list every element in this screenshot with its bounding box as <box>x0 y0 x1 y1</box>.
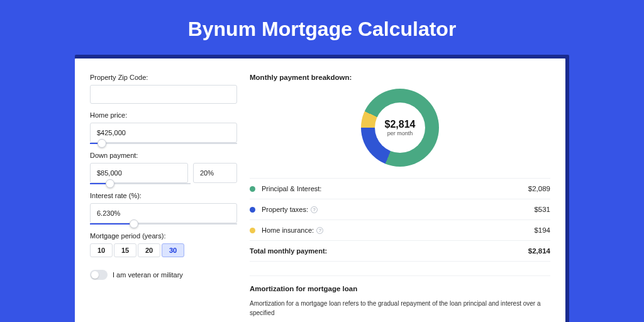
donut-center: $2,814 per month <box>375 103 425 153</box>
legend-label: Home insurance:? <box>262 226 534 234</box>
card-shadow: Property Zip Code: Home price: Down paym… <box>75 55 569 322</box>
down-payment-field: Down payment: <box>90 152 237 184</box>
legend-total-row: Total monthly payment:$2,814 <box>250 241 550 262</box>
slider-thumb[interactable] <box>97 139 106 148</box>
legend-label: Principal & Interest: <box>262 185 528 192</box>
legend-value: $2,089 <box>528 185 550 192</box>
help-icon[interactable]: ? <box>311 206 318 213</box>
amortization-section: Amortization for mortgage loan Amortizat… <box>250 275 550 318</box>
legend-total-label: Total monthly payment: <box>250 247 528 255</box>
amortization-title: Amortization for mortgage loan <box>250 285 550 292</box>
interest-rate-slider[interactable] <box>90 223 237 225</box>
legend-row: Principal & Interest:$2,089 <box>250 179 550 199</box>
page-title: Bynum Mortgage Calculator <box>0 0 644 55</box>
donut-sub: per month <box>387 130 413 136</box>
donut-amount: $2,814 <box>385 119 416 130</box>
home-price-field: Home price: <box>90 111 237 144</box>
slider-thumb[interactable] <box>130 219 138 228</box>
period-tab-15[interactable]: 15 <box>114 243 136 257</box>
mortgage-period-field: Mortgage period (years): 10152030 <box>90 232 237 257</box>
amortization-text: Amortization for a mortgage loan refers … <box>250 299 550 318</box>
legend-label: Property taxes:? <box>262 206 534 213</box>
veteran-toggle[interactable] <box>90 270 108 280</box>
interest-rate-label: Interest rate (%): <box>90 192 237 199</box>
calculator-card: Property Zip Code: Home price: Down paym… <box>75 58 565 322</box>
period-tabs: 10152030 <box>90 243 237 257</box>
help-icon[interactable]: ? <box>316 227 323 234</box>
period-tab-10[interactable]: 10 <box>90 243 113 257</box>
period-tab-20[interactable]: 20 <box>138 243 160 257</box>
legend-dot <box>250 207 255 213</box>
legend-value: $531 <box>534 206 550 213</box>
down-payment-slider[interactable] <box>90 183 191 184</box>
form-panel: Property Zip Code: Home price: Down paym… <box>75 58 245 322</box>
veteran-label: I am veteran or military <box>113 271 183 279</box>
legend-row: Home insurance:?$194 <box>250 220 550 241</box>
legend-dot <box>250 186 255 192</box>
period-tab-30[interactable]: 30 <box>162 243 184 257</box>
donut-chart-wrap: $2,814 per month <box>250 89 550 167</box>
mortgage-period-label: Mortgage period (years): <box>90 232 237 240</box>
zip-input[interactable] <box>90 85 237 104</box>
breakdown-panel: Monthly payment breakdown: $2,814 per mo… <box>245 58 565 322</box>
home-price-slider[interactable] <box>90 143 237 144</box>
home-price-label: Home price: <box>90 111 237 119</box>
legend-label-text: Home insurance: <box>262 226 314 234</box>
interest-rate-field: Interest rate (%): <box>90 192 237 225</box>
zip-field: Property Zip Code: <box>90 74 237 104</box>
zip-label: Property Zip Code: <box>90 74 237 81</box>
legend: Principal & Interest:$2,089Property taxe… <box>250 178 550 262</box>
interest-rate-input[interactable] <box>90 203 237 223</box>
legend-value: $194 <box>534 226 550 234</box>
down-payment-input[interactable] <box>90 163 188 183</box>
legend-label-text: Property taxes: <box>262 206 308 213</box>
slider-thumb[interactable] <box>106 179 114 188</box>
home-price-input[interactable] <box>90 123 237 143</box>
down-payment-label: Down payment: <box>90 152 237 159</box>
legend-label-text: Principal & Interest: <box>262 185 321 192</box>
down-payment-pct-input[interactable] <box>193 163 237 183</box>
donut-chart: $2,814 per month <box>361 89 439 167</box>
legend-total-value: $2,814 <box>528 247 550 255</box>
legend-row: Property taxes:?$531 <box>250 199 550 220</box>
veteran-row: I am veteran or military <box>90 270 237 280</box>
legend-dot <box>250 228 255 233</box>
breakdown-title: Monthly payment breakdown: <box>250 74 550 81</box>
